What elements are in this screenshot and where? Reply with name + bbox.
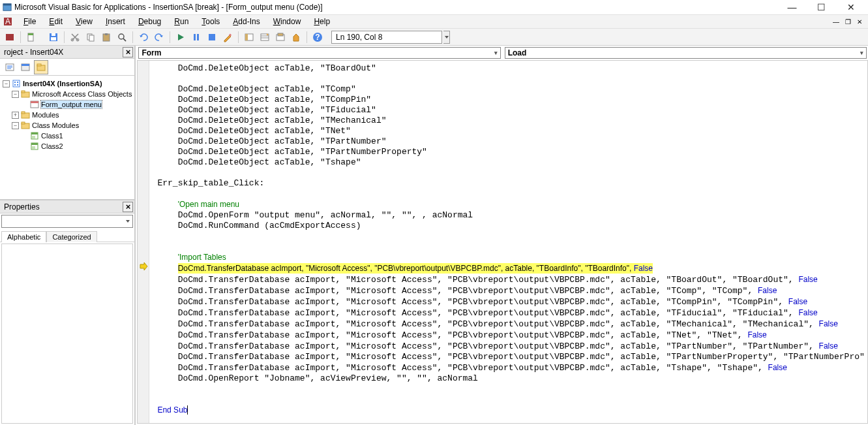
svg-rect-48 [31, 101, 38, 103]
find-button[interactable] [115, 30, 129, 44]
properties-panel-close-button[interactable]: × [123, 202, 133, 212]
undo-button[interactable] [136, 30, 151, 44]
menu-run[interactable]: Run [168, 16, 195, 27]
tree-expander-icon[interactable]: − [12, 91, 19, 98]
svg-rect-55 [32, 136, 35, 138]
mdi-close-button[interactable]: ✕ [854, 17, 865, 26]
help-button[interactable]: ? [310, 30, 325, 44]
menu-window[interactable]: Window [267, 16, 308, 27]
object-browser-button[interactable] [273, 30, 288, 44]
tree-row[interactable]: Class2 [3, 141, 132, 151]
tree-node-label: Class1 [41, 132, 63, 140]
tree-expander-icon[interactable]: + [12, 112, 19, 119]
maximize-button[interactable]: ☐ [807, 0, 836, 14]
code-editor[interactable]: DoCmd.DeleteObject acTable, "TBoardOut" … [137, 60, 867, 424]
procedure-dropdown[interactable]: Load▾ [505, 47, 867, 59]
menu-tools[interactable]: Tools [195, 16, 226, 27]
menu-insert[interactable]: Insert [99, 16, 132, 27]
project-panel-title: roject - Insert04X [4, 48, 63, 57]
copy-button[interactable] [83, 30, 98, 44]
save-button[interactable] [46, 30, 61, 44]
tree-row[interactable]: +Modules [3, 110, 132, 120]
svg-rect-57 [31, 143, 38, 145]
run-button[interactable] [173, 30, 188, 44]
mdi-restore-button[interactable]: ❐ [843, 17, 853, 26]
menu-file[interactable]: File [17, 16, 42, 27]
tree-row[interactable]: −Insert04X (InsertionSA) [3, 78, 132, 89]
tree-node-label: Insert04X (InsertionSA) [23, 80, 102, 87]
properties-tab-alphabetic[interactable]: Alphabetic [1, 231, 46, 242]
break-button[interactable] [189, 30, 203, 44]
properties-grid[interactable] [1, 244, 133, 424]
project-panel-header: roject - Insert04X × [0, 46, 134, 59]
svg-rect-50 [22, 112, 25, 114]
tree-row[interactable]: −Class Modules [3, 120, 132, 131]
svg-rect-46 [22, 91, 25, 93]
titlebar: Microsoft Visual Basic for Applications … [0, 0, 868, 14]
cursor-position-dropdown[interactable] [443, 31, 450, 44]
svg-rect-6 [28, 33, 33, 35]
mdi-minimize-button[interactable]: — [831, 17, 841, 26]
tree-node-icon [30, 100, 39, 109]
svg-rect-19 [194, 34, 196, 40]
svg-point-16 [119, 34, 124, 39]
svg-rect-44 [17, 84, 18, 86]
svg-rect-15 [105, 33, 108, 35]
svg-rect-42 [17, 82, 18, 83]
tree-row[interactable]: −Microsoft Access Class Objects [3, 89, 132, 99]
close-button[interactable]: ✕ [836, 0, 865, 14]
svg-rect-29 [278, 33, 283, 36]
menu-view[interactable]: View [69, 16, 99, 27]
project-explorer-button[interactable] [242, 30, 256, 44]
view-access-button[interactable] [3, 30, 17, 44]
svg-rect-43 [14, 84, 16, 86]
menu-help[interactable]: Help [307, 16, 337, 27]
svg-rect-41 [14, 82, 16, 83]
access-icon: A [3, 16, 13, 27]
svg-rect-52 [22, 122, 25, 124]
project-panel-close-button[interactable]: × [123, 47, 133, 57]
svg-rect-13 [89, 35, 94, 41]
menu-edit[interactable]: Edit [42, 16, 69, 27]
properties-object-dropdown[interactable] [1, 215, 133, 228]
svg-text:A: A [5, 17, 10, 26]
toggle-folders-button[interactable] [34, 60, 48, 74]
svg-rect-58 [32, 146, 35, 149]
redo-button[interactable] [152, 30, 166, 44]
tree-node-icon [30, 131, 39, 140]
cut-button[interactable] [68, 30, 82, 44]
tree-node-label: Class2 [41, 142, 63, 150]
tree-expander-icon[interactable]: − [12, 122, 19, 129]
main-toolbar: ? Ln 190, Col 8 [0, 29, 868, 46]
project-tree[interactable]: −Insert04X (InsertionSA)−Microsoft Acces… [0, 76, 134, 200]
tree-node-icon [21, 89, 30, 99]
paste-button[interactable] [99, 30, 113, 44]
properties-button[interactable] [258, 30, 272, 44]
menu-addins[interactable]: Add-Ins [226, 16, 266, 27]
tree-node-icon [12, 79, 21, 88]
view-code-button[interactable] [3, 60, 17, 74]
properties-tab-categorized[interactable]: Categorized [46, 231, 97, 242]
tree-expander-icon[interactable]: − [3, 80, 10, 87]
view-object-button[interactable] [18, 60, 33, 74]
window-title: Microsoft Visual Basic for Applications … [14, 3, 323, 12]
insert-module-button[interactable] [24, 30, 38, 44]
tree-row[interactable]: Form_output menu [3, 99, 132, 110]
menu-debug[interactable]: Debug [132, 16, 168, 27]
tree-node-label: Modules [32, 111, 59, 119]
svg-rect-24 [245, 34, 248, 40]
tree-node-icon [30, 142, 39, 151]
reset-button[interactable] [205, 30, 219, 44]
tree-node-icon [21, 110, 30, 119]
properties-panel-header: Properties × [0, 200, 134, 213]
svg-line-18 [123, 39, 126, 41]
tree-row[interactable]: Class1 [3, 131, 132, 141]
design-mode-button[interactable] [220, 30, 235, 44]
svg-rect-9 [51, 37, 56, 40]
toolbox-button[interactable] [289, 30, 303, 44]
tree-node-label: Form_output menu [41, 101, 102, 108]
object-dropdown[interactable]: Form▾ [138, 47, 500, 59]
svg-rect-4 [6, 34, 14, 40]
minimize-button[interactable]: — [777, 0, 807, 14]
menubar: A FileEditViewInsertDebugRunToolsAdd-Ins… [0, 14, 868, 29]
